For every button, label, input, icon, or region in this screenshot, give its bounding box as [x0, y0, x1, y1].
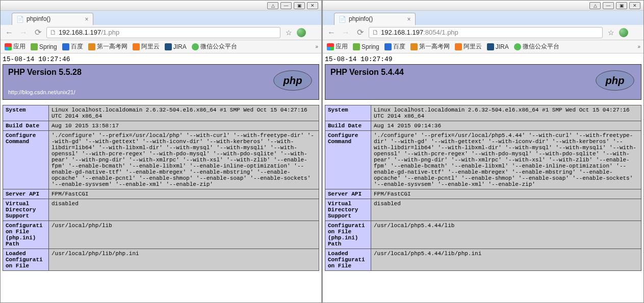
globe-icon[interactable]	[297, 28, 306, 37]
php-logo-icon: php	[595, 70, 635, 91]
back-button[interactable]: ←	[4, 27, 15, 38]
browser-window-right: △ — ▣ ✕ 📄 phpinfo() × ← → ⟳ 🗋 192.168.1.…	[322, 0, 644, 303]
maximize-button[interactable]: ▣	[294, 2, 305, 9]
url-host: 192.168.1.197	[381, 29, 423, 36]
table-row: Server APIFPM/FastCGI	[3, 189, 319, 199]
tab-strip: 📄 phpinfo() ×	[323, 11, 643, 25]
minimize-button[interactable]: —	[603, 2, 614, 9]
php-version: PHP Version 5.5.28	[8, 68, 314, 77]
maximize-button[interactable]: ▣	[616, 2, 627, 9]
star-button[interactable]: ☆	[284, 27, 294, 38]
star-button[interactable]: ☆	[606, 27, 616, 38]
minimize-button[interactable]: —	[280, 2, 292, 9]
tab-close-icon[interactable]: ×	[406, 16, 412, 22]
info-value: Linux localhost.localdomain 2.6.32-504.e…	[371, 105, 641, 121]
info-value: FPM/FastCGI	[371, 189, 641, 199]
reload-button[interactable]: ⟳	[32, 27, 43, 38]
page-icon: 🗋	[50, 29, 57, 36]
phpinfo-table: SystemLinux localhost.localdomain 2.6.32…	[3, 105, 319, 271]
info-value: disabled	[371, 199, 641, 221]
url-path: /1.php	[101, 29, 119, 36]
table-row: Configure Command'./configure' '--prefix…	[3, 131, 319, 189]
back-button[interactable]: ←	[326, 27, 337, 38]
apps-button[interactable]: 应用	[327, 42, 348, 51]
close-button[interactable]: ✕	[629, 2, 640, 9]
php-version: PHP Version 5.4.44	[330, 68, 636, 77]
overflow-button[interactable]: »	[315, 44, 318, 49]
info-value: /usr/local/php/lib	[49, 221, 319, 249]
bookmarks-bar: 应用 Spring 百度 第一高考网 阿里云 JIRA 微信公众平台 »	[1, 40, 321, 53]
bookmark-item[interactable]: Spring	[31, 43, 57, 50]
bookmark-item[interactable]: 阿里云	[455, 42, 482, 51]
bookmark-item[interactable]: 第一高考网	[88, 42, 127, 51]
info-key: Configure Command	[3, 131, 49, 189]
user-button[interactable]: △	[267, 2, 278, 9]
info-value: Linux localhost.localdomain 2.6.32-504.e…	[49, 105, 319, 121]
bookmark-item[interactable]: 阿里云	[133, 42, 160, 51]
menu-button[interactable]	[631, 27, 640, 38]
page-icon: 🗋	[372, 29, 379, 36]
globe-icon[interactable]	[619, 28, 628, 37]
url-host: 192.168.1.197	[59, 29, 101, 36]
info-key: Virtual Directory Support	[3, 199, 49, 221]
address-bar[interactable]: 🗋 192.168.1.197/1.php	[46, 27, 280, 38]
table-row: Configuration File (php.ini) Path/usr/lo…	[3, 221, 319, 249]
browser-tab[interactable]: 📄 phpinfo() ×	[12, 13, 93, 25]
table-row: Build DateAug 10 2015 13:58:17	[3, 121, 319, 131]
info-value: './configure' '--prefix=/usr/local/php5.…	[371, 131, 641, 189]
table-row: Configuration File (php.ini) Path/usr/lo…	[325, 221, 641, 249]
info-value: Aug 14 2015 09:14:36	[371, 121, 641, 131]
info-key: Server API	[3, 189, 49, 199]
titlebar: △ — ▣ ✕	[1, 1, 321, 11]
browser-window-left: △ — ▣ ✕ 📄 phpinfo() × ← → ⟳ 🗋 192.168.1.…	[0, 0, 322, 303]
info-value: /usr/local/php5.4.44/lib/php.ini	[371, 249, 641, 271]
info-value: /usr/local/php5.4.44/lib	[371, 221, 641, 249]
favicon-icon: 📄	[339, 16, 346, 23]
info-key: Loaded Configuration File	[3, 249, 49, 271]
table-row: Loaded Configuration File/usr/local/php5…	[325, 249, 641, 271]
timestamp: 15-08-14 10:27:49	[325, 54, 641, 64]
info-value: disabled	[49, 199, 319, 221]
info-key: Loaded Configuration File	[325, 249, 371, 271]
info-key: Build Date	[325, 121, 371, 131]
browser-tab[interactable]: 📄 phpinfo() ×	[334, 13, 416, 25]
table-row: SystemLinux localhost.localdomain 2.6.32…	[325, 105, 641, 121]
toolbar: ← → ⟳ 🗋 192.168.1.197:8054/1.php ☆	[323, 25, 643, 40]
close-button[interactable]: ✕	[307, 2, 318, 9]
info-key: System	[325, 105, 371, 121]
info-key: Configure Command	[325, 131, 371, 189]
tab-close-icon[interactable]: ×	[84, 16, 90, 22]
apps-button[interactable]: 应用	[5, 42, 25, 51]
address-bar[interactable]: 🗋 192.168.1.197:8054/1.php	[369, 27, 603, 38]
bookmark-item[interactable]: 百度	[384, 42, 405, 51]
bookmark-item[interactable]: 微信公众平台	[514, 42, 559, 51]
info-value: './configure' '--prefix=/usr/local/php' …	[49, 131, 319, 189]
timestamp: 15-08-14 10:27:46	[3, 54, 319, 64]
info-value: Aug 10 2015 13:58:17	[49, 121, 319, 131]
overflow-button[interactable]: »	[637, 44, 640, 49]
bookmark-item[interactable]: 百度	[62, 42, 83, 51]
table-row: Server APIFPM/FastCGI	[325, 189, 641, 199]
info-value: FPM/FastCGI	[49, 189, 319, 199]
info-value: /usr/local/php/lib/php.ini	[49, 249, 319, 271]
php-header: PHP Version 5.5.28 http://blog.csdn.net/…	[3, 64, 319, 100]
bookmark-item[interactable]: 第一高考网	[410, 42, 450, 51]
info-key: Configuration File (php.ini) Path	[325, 221, 371, 249]
bookmark-item[interactable]: Spring	[353, 43, 379, 50]
titlebar: △ — ▣ ✕	[323, 1, 643, 11]
info-key: Build Date	[3, 121, 49, 131]
bookmark-item[interactable]: JIRA	[165, 43, 187, 50]
svg-text:php: php	[282, 75, 302, 86]
phpinfo-table: SystemLinux localhost.localdomain 2.6.32…	[325, 105, 641, 271]
table-row: Loaded Configuration File/usr/local/php/…	[3, 249, 319, 271]
info-key: Server API	[325, 189, 371, 199]
user-button[interactable]: △	[589, 2, 601, 9]
table-row: Build DateAug 14 2015 09:14:36	[325, 121, 641, 131]
reload-button[interactable]: ⟳	[354, 27, 366, 38]
table-row: Virtual Directory Supportdisabled	[3, 199, 319, 221]
menu-button[interactable]	[309, 27, 318, 38]
forward-button[interactable]: →	[18, 27, 29, 38]
bookmark-item[interactable]: 微信公众平台	[192, 42, 237, 51]
bookmark-item[interactable]: JIRA	[487, 43, 509, 50]
forward-button[interactable]: →	[340, 27, 351, 38]
